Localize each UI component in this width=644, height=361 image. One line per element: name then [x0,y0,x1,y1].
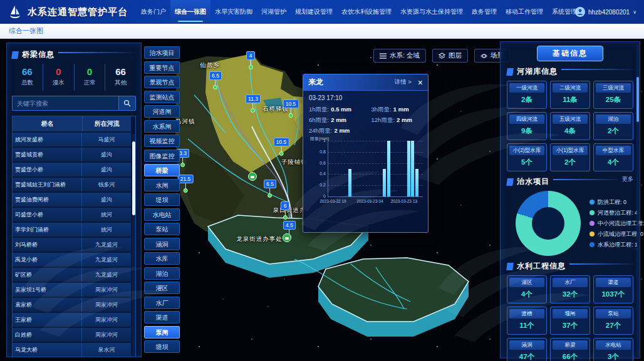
layers-button[interactable]: 图层 [432,49,468,63]
layer-menu-item[interactable]: 景观节点 [144,76,180,88]
table-row[interactable]: 禹龙小桥九龙盛河 [13,253,131,267]
gauge-marker[interactable]: 4 [246,51,255,69]
river-card-value: 4个 [596,155,631,169]
layer-menu-item[interactable]: 视频监控 [144,135,180,147]
gauge-marker[interactable]: 11.3 [246,94,261,113]
layer-menu-item[interactable]: 泵闸 [144,326,180,338]
nav-item[interactable]: 水资源与水土保持管理 [396,0,467,24]
popup-detail-link[interactable]: 详情 > [395,78,412,86]
search-bar [12,96,136,111]
nav-item[interactable]: 移动工作管理 [501,0,548,24]
table-row[interactable]: 袁家桥周家冲河 [13,298,131,312]
platform-logo-icon [8,4,23,19]
table-row[interactable]: 刘马桥桥九龙盛河 [13,238,131,252]
table-row[interactable]: 矿区桥九龙盛河 [13,268,131,282]
popup-body: 03-23 17:10 1h雨量:0.5 mm3h雨量:1 mm6h雨量:2 m… [303,91,428,197]
layer-menu-item[interactable]: 水电站 [144,208,180,221]
layer-menu-item[interactable]: 监测站点 [144,91,180,103]
table-row[interactable]: 王家桥周家冲河 [13,313,131,327]
gauge-marker[interactable]: 10.5 [274,138,289,156]
nav-item[interactable]: 系统管理 [548,0,581,24]
layer-menu-item[interactable]: 湖泊 [144,267,180,280]
layer-menu-item[interactable]: 泵站 [144,223,180,235]
search-button[interactable] [118,96,136,111]
table-row[interactable]: 贾盛城姑王刘门涵桥钱多河 [13,178,131,191]
layer-menu-item[interactable]: 桥梁 [144,164,180,176]
table-row[interactable]: 白姓桥周家冲河 [13,328,131,342]
bridge-stats: 66总数0漫水0正常66其他 [12,64,136,91]
breadcrumb[interactable]: 综合一张图 [9,26,43,36]
engineering-card-value: 66个 [553,350,588,361]
table-row[interactable]: 贾盛城贡桥盛沟 [13,148,131,161]
nav-item[interactable]: 水旱灾害防御 [210,0,257,24]
marker-dot [288,113,293,118]
projects-donut-chart [516,191,581,256]
layer-menu-item[interactable]: 水厂 [144,297,180,309]
water-system-select[interactable]: 水系: 全域 [373,49,426,63]
legend-dot-icon [589,200,595,205]
gauge-marker[interactable]: 21.5 [178,175,194,193]
marker-value-tag: 4.5 [283,221,296,230]
layer-menu-item[interactable]: 图像监控 [144,150,180,162]
layer-menu-item[interactable]: 水库 [144,252,180,265]
rain-bar [348,169,351,197]
legend-label: 河道整治工程: 4 [598,208,638,218]
map-toolbar: 水系: 全域 图层 场景 [373,49,510,63]
layer-menu-item[interactable]: 重要节点 [144,61,180,74]
nav-item[interactable]: 政务管理 [467,0,501,24]
engineering-card: 水电站3个 [593,338,633,361]
table-row[interactable]: 吴家坝1号桥周家冲河 [13,283,131,297]
engineering-card-label: 桥梁 [553,340,588,350]
layer-menu-item[interactable]: 渠道 [144,311,180,323]
table-row[interactable]: 姚河发盛桥马盛河 [13,133,131,146]
gauge-marker[interactable]: 10.5 [283,99,299,118]
camera-marker-icon[interactable] [248,172,257,181]
table-row[interactable]: 马龙大桥泉水河 [13,343,131,357]
table-row[interactable]: 李学刘门涵桥姚河 [13,223,131,236]
legend-item: 小流域治理工程: 0 [589,229,644,240]
river-cell: 盛沟 [82,193,131,206]
camera-marker-icon[interactable] [283,233,291,242]
river-cell: 姚河 [82,223,131,236]
search-input[interactable] [12,96,118,111]
y-tick-label: 0.8 [314,150,326,154]
layer-menu-item[interactable]: 治水项目 [144,46,180,59]
table-row[interactable]: 贾盛堡小桥盛沟 [13,163,131,176]
table-row[interactable]: 贾盛油费闸桥盛沟 [13,193,131,206]
gauge-marker[interactable]: 6.5 [264,180,276,198]
rainfall-stats: 1h雨量:0.5 mm3h雨量:1 mm6h雨量:2 mm12h雨量:2 mm2… [309,104,422,136]
layer-menu-item[interactable]: 塘坝 [144,340,180,353]
section-divider [58,52,136,53]
river-cards-grid: 一级河流2条二级河流11条三级河流25条四级河流9条五级河流4条湖泊2个小(2)… [507,81,633,171]
nav-item[interactable]: 农饮水利设施管理 [337,0,396,24]
layer-menu-item[interactable]: 水闸 [144,179,180,191]
gauge-marker[interactable]: 6.5 [209,71,222,89]
town-label: 泉口街道办 [273,206,306,215]
nav-item[interactable]: 河湖管护 [257,0,291,24]
layer-menu-item[interactable]: 涵洞 [144,238,180,250]
engineering-card: 水厂32个 [550,275,590,303]
table-row[interactable]: 司盛堡小桥姚河 [13,208,131,221]
river-card: 湖泊2个 [593,112,633,140]
basic-info-button[interactable]: 基础信息 [537,46,603,61]
projects-more-link[interactable]: 更多 [622,175,633,183]
river-card: 小(2)型水库5个 [507,143,547,171]
layer-menu-item[interactable]: 水系闸 [144,120,180,133]
nav-item[interactable]: 规划建设管理 [291,0,337,24]
close-icon[interactable]: × [418,78,423,87]
nav-item[interactable]: 政务门户 [137,0,170,24]
layer-menu-item[interactable]: 堤坝 [144,193,180,206]
table-scrollbar-thumb[interactable] [132,141,135,215]
engineering-cards-grid: 灌区4个水厂32个渠道1037个渡槽11个堰闸37个泵站27个涵洞47个桥梁66… [507,275,633,361]
layer-menu-item[interactable]: 灌区 [144,282,180,294]
search-icon [123,99,131,107]
layer-menu-item[interactable]: 河道闸 [144,105,180,118]
legend-dot-icon [589,231,595,236]
nav-item[interactable]: 综合一张图 [170,0,210,24]
gauge-marker[interactable]: 6 [281,201,289,220]
rainfall-stat-value: 1 mm [393,106,409,113]
right-scrollbar-thumb[interactable] [636,77,639,122]
river-card-label: 二级河流 [553,83,588,93]
main-nav: 政务门户综合一张图水旱灾害防御河湖管护规划建设管理农饮水利设施管理水资源与水土保… [137,0,568,24]
bridge-name-cell: 白姓桥 [13,328,82,342]
